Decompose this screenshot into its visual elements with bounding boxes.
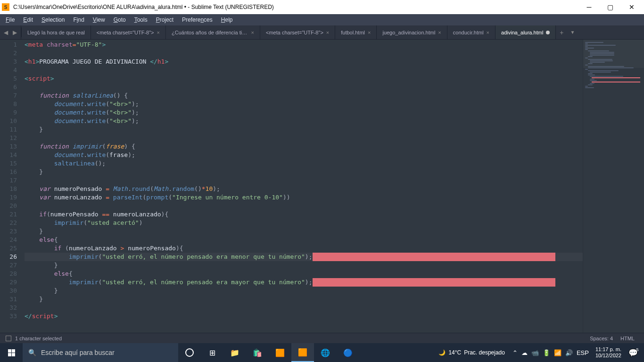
menu-edit[interactable]: Edit xyxy=(19,16,37,24)
close-icon[interactable]: × xyxy=(251,30,254,35)
status-syntax[interactable]: HTML xyxy=(617,336,638,341)
tab-6[interactable]: conducir.html× xyxy=(447,25,495,39)
tab-nav: ◀ ▶ xyxy=(0,25,21,39)
task-view-icon[interactable]: ⊞ xyxy=(201,343,223,362)
menu-help[interactable]: Help xyxy=(217,16,237,24)
taskbar-search[interactable]: 🔍 Escribe aquí para buscar xyxy=(23,343,178,362)
menu-goto[interactable]: Goto xyxy=(110,16,130,24)
tab-history-back[interactable]: ◀ xyxy=(2,28,10,37)
close-icon[interactable]: × xyxy=(368,30,371,35)
weather-widget[interactable]: 🌙 14°C Prac. despejado xyxy=(434,349,510,356)
system-tray: ⌃ ☁ 📹 🔋 📶 🔊 ESP xyxy=(510,349,592,356)
menu-preferences[interactable]: Preferences xyxy=(178,16,216,24)
app-icon: S xyxy=(2,3,9,11)
windows-taskbar: 🔍 Escribe aquí para buscar ⊞ 📁 🛍️ 🟧 🟧 🌐 … xyxy=(0,343,644,362)
code-area[interactable]: <meta charset="UTF-8"> <h1>PROGRAMA JUEG… xyxy=(25,40,583,333)
search-icon: 🔍 xyxy=(28,349,36,356)
close-icon[interactable]: × xyxy=(487,30,489,35)
tab-0[interactable]: Llegó la hora de que real xyxy=(22,25,91,39)
menu-find[interactable]: Find xyxy=(69,16,88,24)
battery-icon[interactable]: 🔋 xyxy=(543,349,550,356)
tabbar: ◀ ▶ Llegó la hora de que real <meta char… xyxy=(0,25,644,40)
panel-switcher-icon[interactable] xyxy=(6,336,11,341)
tab-add-button[interactable]: + xyxy=(556,25,567,39)
start-button[interactable] xyxy=(0,343,23,362)
menu-project[interactable]: Project xyxy=(152,16,177,24)
close-icon[interactable]: × xyxy=(157,30,160,35)
tab-1[interactable]: <meta charset="UTF-8">× xyxy=(91,25,166,39)
close-icon[interactable]: × xyxy=(438,30,441,35)
minimize-button[interactable]: ─ xyxy=(578,0,600,14)
tab-overflow-button[interactable]: ▼ xyxy=(568,25,578,39)
minimap[interactable] xyxy=(583,40,644,333)
dirty-indicator-icon xyxy=(546,31,550,34)
tab-history-forward[interactable]: ▶ xyxy=(11,28,19,37)
office-icon[interactable]: 🟧 xyxy=(269,343,291,362)
menu-selection[interactable]: Selection xyxy=(38,16,68,24)
notification-center-icon[interactable]: 💬5 xyxy=(625,348,644,357)
line-gutter: 1234567891011121314151617181920212223242… xyxy=(0,40,25,333)
close-button[interactable]: ✕ xyxy=(621,0,642,14)
titlebar: S C:\Users\lmcar\OneDrive\Escritorio\ONE… xyxy=(0,0,644,14)
tab-7-active[interactable]: adivina_alura.html xyxy=(495,25,556,39)
tab-3[interactable]: <meta charset="UTF-8">× xyxy=(260,25,335,39)
menu-tools[interactable]: Tools xyxy=(131,16,151,24)
file-explorer-icon[interactable]: 📁 xyxy=(223,343,246,362)
onedrive-icon[interactable]: ☁ xyxy=(521,349,528,356)
sublime-text-icon[interactable]: 🟧 xyxy=(291,343,314,362)
titlebar-path: C:\Users\lmcar\OneDrive\Escritorio\ONE A… xyxy=(13,4,578,10)
maximize-button[interactable]: ▢ xyxy=(600,0,621,14)
statusbar: 1 character selected Spaces: 4 HTML xyxy=(0,333,644,343)
cortana-icon[interactable] xyxy=(178,343,201,362)
chrome-icon[interactable]: 🌐 xyxy=(314,343,337,362)
volume-icon[interactable]: 🔊 xyxy=(565,349,573,356)
status-indentation[interactable]: Spaces: 4 xyxy=(586,336,617,341)
menu-file[interactable]: File xyxy=(2,16,18,24)
tab-4[interactable]: futbol.html× xyxy=(335,25,377,39)
tab-2[interactable]: ¿Cuántos años de diferencia tienes con t… xyxy=(166,25,260,39)
tray-chevron-icon[interactable]: ⌃ xyxy=(512,349,518,356)
tab-5[interactable]: juego_adivinacion.html× xyxy=(377,25,447,39)
menubar: File Edit Selection Find View Goto Tools… xyxy=(0,14,644,25)
menu-view[interactable]: View xyxy=(89,16,109,24)
wifi-icon[interactable]: 📶 xyxy=(554,349,561,356)
language-indicator[interactable]: ESP xyxy=(577,349,589,356)
meet-now-icon[interactable]: 📹 xyxy=(531,349,539,356)
editor[interactable]: 1234567891011121314151617181920212223242… xyxy=(0,40,644,333)
app-icon[interactable]: 🔵 xyxy=(337,343,359,362)
status-selection: 1 character selected xyxy=(15,336,586,341)
windows-logo-icon xyxy=(8,349,15,356)
close-icon[interactable]: × xyxy=(326,30,329,35)
weather-icon: 🌙 xyxy=(438,349,446,356)
search-placeholder: Escribe aquí para buscar xyxy=(41,349,115,356)
taskbar-clock[interactable]: 11:17 p. m. 10/12/2022 xyxy=(592,346,625,359)
store-icon[interactable]: 🛍️ xyxy=(246,343,269,362)
window-controls: ─ ▢ ✕ xyxy=(578,0,642,14)
